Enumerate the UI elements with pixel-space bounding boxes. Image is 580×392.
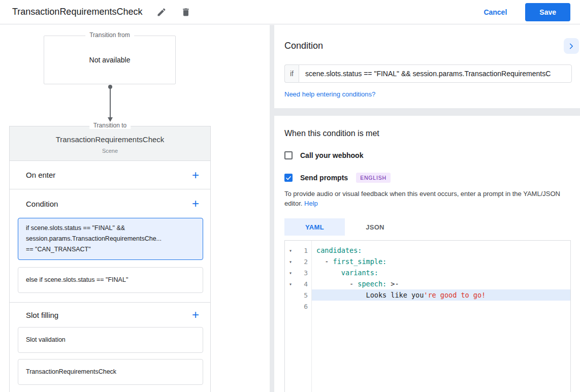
condition-section-label: Condition <box>26 200 58 208</box>
prompt-description: To provide audio or visual feedback when… <box>284 189 571 208</box>
delete-icon[interactable] <box>181 7 191 17</box>
detail-panel: Condition if scene.slots.status == "FINA… <box>270 25 580 392</box>
fold-arrow-icon[interactable]: ▾ <box>285 259 296 265</box>
transition-from-label: Transition from <box>85 31 134 39</box>
code-text[interactable]: - speech: >- <box>311 278 570 289</box>
send-prompts-row: Send prompts ENGLISH <box>284 173 571 183</box>
code-token: speech: <box>358 280 386 288</box>
collapse-panel-button[interactable] <box>564 38 579 54</box>
condition-section: Condition + if scene.slots.status == "FI… <box>10 189 210 303</box>
save-button[interactable]: Save <box>525 3 570 21</box>
fold-arrow-icon[interactable]: ▾ <box>285 281 296 287</box>
code-text[interactable]: variants: <box>311 267 570 278</box>
line-number: 4 <box>296 280 311 288</box>
condition-chip[interactable]: if scene.slots.status == "FINAL" && sess… <box>18 218 203 260</box>
language-badge: ENGLISH <box>356 173 391 183</box>
on-enter-row[interactable]: On enter + <box>10 161 210 189</box>
if-prefix: if <box>284 64 299 83</box>
tab-json[interactable]: JSON <box>345 218 405 236</box>
webhook-label: Call your webhook <box>300 151 363 159</box>
code-text[interactable]: - first_simple: <box>311 256 570 267</box>
code-line: 5 Looks like you're good to go! <box>285 289 570 301</box>
code-token: first_simple: <box>333 257 387 266</box>
code-token: >- <box>386 280 399 288</box>
code-line: ▾4 - speech: >- <box>285 278 570 289</box>
slot-items: Slot validationTransactionRequirementsCh… <box>18 327 203 385</box>
code-token: Looks like you <box>316 291 424 299</box>
send-prompts-checkbox[interactable] <box>284 174 293 182</box>
code-line: ▾2 - first_simple: <box>285 256 570 267</box>
chevron-right-icon <box>567 42 576 51</box>
scene-card-header[interactable]: TransactionRequirementsCheck Scene <box>10 126 210 161</box>
check-icon <box>285 175 292 181</box>
condition-help-link[interactable]: Need help entering conditions? <box>284 90 375 98</box>
prompt-description-text: To provide audio or visual feedback when… <box>284 190 560 207</box>
line-number: 3 <box>296 269 311 277</box>
code-lines: ▾1candidates:▾2 - first_simple:▾3 varian… <box>285 245 570 312</box>
code-text[interactable]: Looks like you're good to go! <box>311 289 570 301</box>
line-number: 5 <box>296 291 311 299</box>
code-token: 're good to go! <box>424 291 486 299</box>
webhook-row: Call your webhook <box>284 151 571 159</box>
code-token: variants: <box>341 269 378 277</box>
fold-arrow-icon[interactable]: ▾ <box>285 248 296 253</box>
slot-section-label: Slot filling <box>26 311 58 319</box>
condition-items: if scene.slots.status == "FINAL" && sess… <box>18 218 203 293</box>
code-line: 6 <box>285 301 570 312</box>
slot-chip[interactable]: Slot validation <box>18 327 203 353</box>
yaml-code-editor[interactable]: ▾1candidates:▾2 - first_simple:▾3 varian… <box>284 240 571 392</box>
tab-yaml[interactable]: YAML <box>284 218 345 236</box>
arrow-line <box>110 87 111 118</box>
scene-card-subtitle: Scene <box>16 148 204 154</box>
scene-diagram-panel: Transition from Not available Transition… <box>0 25 270 392</box>
code-line: ▾3 variants: <box>285 267 570 278</box>
transition-to-label: Transition to <box>89 122 131 129</box>
gutter-separator <box>311 241 312 392</box>
add-condition-button[interactable]: + <box>192 199 199 209</box>
condition-panel-title: Condition <box>284 40 572 51</box>
condition-section-header: Condition + <box>10 189 210 218</box>
code-token: - <box>316 257 333 266</box>
line-number: 6 <box>296 303 311 310</box>
condition-input-row: if scene.slots.status == "FINAL" && sess… <box>284 64 572 83</box>
line-number: 1 <box>296 247 311 254</box>
code-token: - <box>316 280 358 288</box>
arrow-head-icon <box>108 117 113 122</box>
scene-card-title: TransactionRequirementsCheck <box>16 135 204 144</box>
code-text[interactable] <box>311 301 570 312</box>
top-bar: TransactionRequirementsCheck Cancel Save <box>0 0 580 24</box>
code-line: ▾1candidates: <box>285 245 570 256</box>
code-token <box>316 269 341 277</box>
code-text[interactable]: candidates: <box>311 245 570 256</box>
code-token: candidates: <box>316 246 362 254</box>
edit-icon[interactable] <box>156 7 167 17</box>
line-number: 2 <box>296 258 311 266</box>
condition-editor-card: Condition if scene.slots.status == "FINA… <box>274 25 580 108</box>
help-link[interactable]: Help <box>304 200 318 207</box>
slot-filling-section: Slot filling + Slot validationTransactio… <box>10 303 210 385</box>
send-prompts-label: Send prompts <box>300 174 348 182</box>
cancel-button[interactable]: Cancel <box>484 8 507 16</box>
add-slot-button[interactable]: + <box>192 310 199 320</box>
condition-expression-input[interactable]: scene.slots.status == "FINAL" && session… <box>299 64 572 83</box>
fold-arrow-icon[interactable]: ▾ <box>285 270 296 276</box>
slot-chip[interactable]: TransactionRequirementsCheck <box>18 359 203 385</box>
transition-from-box: Transition from Not available <box>44 36 176 84</box>
page-title: TransactionRequirementsCheck <box>12 7 142 17</box>
on-enter-label: On enter <box>26 171 55 179</box>
when-met-title: When this condition is met <box>284 128 571 139</box>
transition-arrow <box>108 85 113 123</box>
add-on-enter-button[interactable]: + <box>192 170 199 180</box>
transition-from-value: Not available <box>44 36 175 84</box>
slot-section-header: Slot filling + <box>10 303 210 327</box>
editor-tabs: YAMLJSON <box>284 218 571 236</box>
condition-chip[interactable]: else if scene.slots.status == "FINAL" <box>18 267 203 293</box>
when-met-card: When this condition is met Call your web… <box>274 116 580 392</box>
webhook-checkbox[interactable] <box>284 151 293 159</box>
transition-to-card: Transition to TransactionRequirementsChe… <box>9 126 211 392</box>
